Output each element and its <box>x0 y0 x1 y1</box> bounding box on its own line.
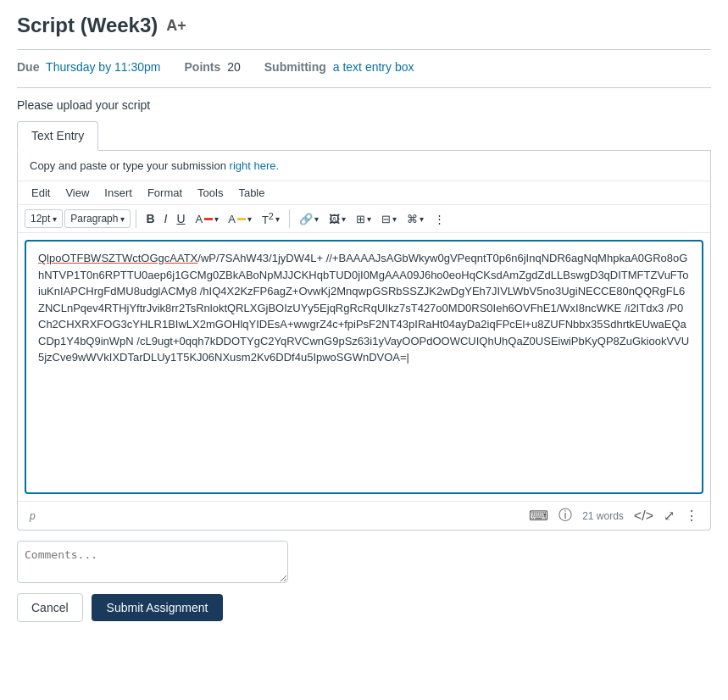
chevron-down-icon7: ▾ <box>342 214 346 224</box>
embed-button[interactable]: ⊞ ▾ <box>352 210 375 228</box>
translate-icon[interactable]: A+ <box>166 17 186 35</box>
color-group: A ▾ A ▾ <box>192 210 256 228</box>
highlighted-text: QlpoOTFBWSZTWctOGgcAATX <box>38 252 197 264</box>
chevron-down-icon2: ▾ <box>120 214 125 224</box>
format2-icon: ⌘ <box>407 213 418 225</box>
comments-area <box>17 541 711 583</box>
points-value: 20 <box>227 60 241 74</box>
code-view-icon[interactable]: </> <box>634 508 653 524</box>
meta-row: Due Thursday by 11:30pm Points 20 Submit… <box>17 60 711 74</box>
footer-right: ⌨ ⓘ 21 words </> ⤢ ⋮ <box>529 507 698 525</box>
submit-assignment-button[interactable]: Submit Assignment <box>92 594 224 621</box>
table-icon: ⊟ <box>381 213 391 225</box>
paragraph-group: Paragraph ▾ <box>64 209 131 228</box>
due-label: Due <box>17 60 39 74</box>
more-icon: ⋮ <box>434 213 445 225</box>
editor-content[interactable]: QlpoOTFBWSZTWctOGgcAATX/wP/7SAhW43/1jyDW… <box>38 250 690 366</box>
expand-icon[interactable]: ⤢ <box>664 508 675 524</box>
chevron-down-icon9: ▾ <box>392 214 397 224</box>
misc-group: ⊟ ▾ <box>377 210 401 228</box>
font-size-dropdown[interactable]: 12pt ▾ <box>25 209 63 228</box>
editor-footer: p ⌨ ⓘ 21 words </> ⤢ ⋮ <box>18 501 710 530</box>
helper-link[interactable]: right here. <box>230 159 280 172</box>
paragraph-dropdown[interactable]: Paragraph ▾ <box>64 209 131 228</box>
due-value: Thursday by 11:30pm <box>46 60 160 74</box>
image-group: 🖼 ▾ <box>325 210 350 228</box>
superscript-group: T2 ▾ <box>258 208 284 229</box>
more-footer-icon[interactable]: ⋮ <box>685 508 698 524</box>
chevron-down-icon6: ▾ <box>314 214 319 224</box>
menubar: Edit View Insert Format Tools Table <box>18 181 710 205</box>
menu-format[interactable]: Format <box>141 185 189 201</box>
table-insert-button[interactable]: ⊟ ▾ <box>377 210 401 228</box>
chevron-down-icon10: ▾ <box>420 214 424 224</box>
text-color-indicator <box>204 218 213 220</box>
helper-text: Copy and paste or type your submission r… <box>18 151 710 181</box>
comments-input[interactable] <box>17 541 288 583</box>
points-label: Points <box>185 60 221 74</box>
link-icon: 🔗 <box>299 213 313 225</box>
submitting-label: Submitting <box>264 60 326 74</box>
menu-view[interactable]: View <box>58 185 96 201</box>
superscript-button[interactable]: T2 ▾ <box>258 208 284 229</box>
font-size-group: 12pt ▾ <box>25 209 63 228</box>
chevron-down-icon: ▾ <box>53 214 57 224</box>
tab-bar: Text Entry <box>17 120 711 151</box>
toolbar-divider-2 <box>289 209 290 228</box>
italic-button[interactable]: I <box>160 209 172 228</box>
format2-group: ⌘ ▾ <box>403 210 428 228</box>
format2-button[interactable]: ⌘ ▾ <box>403 210 428 228</box>
editor-container: Copy and paste or type your submission r… <box>17 151 711 531</box>
embed-group: ⊞ ▾ <box>352 210 375 228</box>
title-text: Script (Week3) <box>17 14 158 37</box>
more-options-button[interactable]: ⋮ <box>430 210 449 228</box>
image-button[interactable]: 🖼 ▾ <box>325 210 350 228</box>
bold-button[interactable]: B <box>142 209 158 228</box>
toolbar-divider-1 <box>136 209 136 228</box>
upload-label: Please upload your script <box>17 98 711 112</box>
cancel-button[interactable]: Cancel <box>17 593 83 622</box>
chevron-down-icon5: ▾ <box>275 214 280 224</box>
image-icon: 🖼 <box>329 213 340 225</box>
link-button[interactable]: 🔗 ▾ <box>295 210 323 228</box>
highlight-color-indicator <box>237 218 246 220</box>
title-divider <box>17 49 711 50</box>
formatting-group: B I U <box>142 209 189 228</box>
chevron-down-icon3: ▾ <box>214 214 219 224</box>
submitting-value: a text entry box <box>333 60 414 74</box>
text-color-button[interactable]: A ▾ <box>192 210 224 228</box>
link-group: 🔗 ▾ <box>295 210 323 228</box>
page-title: Script (Week3) A+ <box>17 14 711 37</box>
chevron-down-icon8: ▾ <box>367 214 371 224</box>
embed-icon: ⊞ <box>356 213 365 225</box>
menu-table[interactable]: Table <box>231 185 271 201</box>
menu-insert[interactable]: Insert <box>97 185 139 201</box>
menu-edit[interactable]: Edit <box>25 185 57 201</box>
action-row: Cancel Submit Assignment <box>17 593 711 622</box>
tab-text-entry[interactable]: Text Entry <box>17 121 98 151</box>
keyboard-icon[interactable]: ⌨ <box>529 508 548 524</box>
word-count: 21 words <box>582 510 624 522</box>
toolbar: 12pt ▾ Paragraph ▾ B I U A ▾ A <box>18 205 710 233</box>
meta-divider <box>17 87 711 88</box>
chevron-down-icon4: ▾ <box>247 214 252 224</box>
text-editor-area[interactable]: QlpoOTFBWSZTWctOGgcAATX/wP/7SAhW43/1jyDW… <box>25 240 703 494</box>
menu-tools[interactable]: Tools <box>191 185 230 201</box>
underline-button[interactable]: U <box>172 209 189 228</box>
highlight-color-button[interactable]: A ▾ <box>224 210 256 228</box>
footer-tag: p <box>30 510 36 522</box>
accessibility-icon[interactable]: ⓘ <box>559 507 572 525</box>
